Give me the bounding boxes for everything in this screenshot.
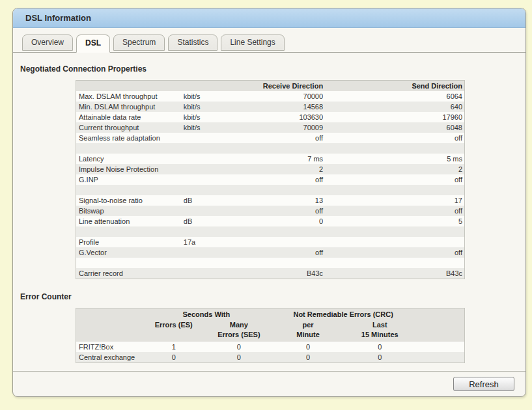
- cell-receive: off: [229, 247, 325, 258]
- cell-receive: 13: [229, 195, 325, 206]
- cell-label: Line attenuation: [76, 216, 184, 226]
- error-counter-table: Seconds With Not Remediable Errors (CRC)…: [76, 308, 465, 363]
- cell-unit: kbit/s: [184, 102, 229, 112]
- error-row: FRITZ!Box1000: [76, 342, 465, 352]
- cell-unit: [184, 226, 229, 237]
- connection-section-heading: Negotiated Connection Properties: [20, 64, 147, 74]
- cell-value: 0: [206, 352, 272, 363]
- cell-value: 0: [141, 352, 206, 363]
- connection-row: Max. DSLAM throughputkbit/s700006064: [76, 91, 465, 102]
- cell-send: 17960: [325, 112, 464, 122]
- cell-label: Max. DSLAM throughput: [76, 91, 184, 102]
- cell-receive: [229, 226, 325, 237]
- cell-label: Central exchange: [76, 352, 141, 363]
- cell-receive: 70000: [229, 91, 325, 102]
- cell-send: 5 ms: [325, 154, 464, 164]
- connection-row: Profile17a: [76, 237, 465, 247]
- cell-label: Bitswap: [76, 206, 184, 216]
- header-errors-es: Errors (ES): [141, 320, 206, 342]
- cell-send: 6048: [325, 122, 464, 133]
- tab-bar: Overview DSL Spectrum Statistics Line Se…: [13, 28, 525, 53]
- cell-label: [76, 258, 184, 268]
- header-empty: [76, 308, 141, 321]
- cell-filler: [415, 342, 464, 352]
- header-filler: [415, 320, 464, 342]
- cell-unit: [184, 247, 229, 258]
- spacer-row: [76, 258, 465, 268]
- page-background: { "window": { "title": "DSL Information"…: [0, 0, 532, 410]
- cell-send: 5: [325, 216, 464, 226]
- cell-receive: B43c: [229, 268, 325, 279]
- cell-value: 0: [206, 342, 272, 352]
- dsl-information-panel: DSL Information Overview DSL Spectrum St…: [12, 8, 526, 397]
- page-title: DSL Information: [13, 8, 525, 27]
- cell-receive: off: [229, 174, 325, 185]
- cell-send: [325, 143, 464, 154]
- header-send-direction: Send Direction: [325, 81, 464, 92]
- cell-send: 640: [325, 102, 464, 112]
- cell-unit: [184, 143, 229, 154]
- cell-filler: [415, 352, 464, 363]
- connection-row: G.Vectoroffoff: [76, 247, 465, 258]
- cell-unit: [184, 174, 229, 185]
- cell-value: 0: [344, 352, 415, 363]
- cell-receive: 0: [229, 216, 325, 226]
- cell-send: [325, 237, 464, 247]
- cell-unit: [184, 133, 229, 143]
- cell-send: off: [325, 174, 464, 185]
- cell-value: 0: [272, 342, 344, 352]
- error-subheader-row: Errors (ES) ManyErrors (SES) perMinute L…: [76, 320, 465, 342]
- cell-label: Attainable data rate: [76, 112, 184, 122]
- connection-row: G.INPoffoff: [76, 174, 465, 185]
- connection-row: Impulse Noise Protection22: [76, 164, 465, 174]
- spacer-row: [76, 185, 465, 195]
- cell-receive: 2: [229, 164, 325, 174]
- header-per-minute: perMinute: [272, 320, 344, 342]
- cell-receive: off: [229, 206, 325, 216]
- tab-statistics[interactable]: Statistics: [168, 34, 217, 51]
- header-empty-unit: [184, 81, 229, 92]
- tab-dsl[interactable]: DSL: [76, 34, 110, 53]
- header-receive-direction: Receive Direction: [229, 81, 325, 92]
- cell-label: Profile: [76, 237, 184, 247]
- connection-row: Line attenuationdB05: [76, 216, 465, 226]
- cell-label: Current throughput: [76, 122, 184, 133]
- error-row: Central exchange0000: [76, 352, 465, 363]
- connection-row: Carrier recordB43cB43c: [76, 268, 465, 279]
- tab-line-settings[interactable]: Line Settings: [221, 34, 284, 51]
- cell-unit: kbit/s: [184, 112, 229, 122]
- cell-receive: 70009: [229, 122, 325, 133]
- cell-value: 0: [272, 352, 344, 363]
- cell-send: [325, 258, 464, 268]
- cell-receive: off: [229, 133, 325, 143]
- connection-table-body: Max. DSLAM throughputkbit/s700006064Min.…: [76, 91, 465, 279]
- cell-receive: [229, 143, 325, 154]
- header-last-15-minutes: Last15 Minutes: [344, 320, 415, 342]
- connection-row: Current throughputkbit/s700096048: [76, 122, 465, 133]
- cell-send: 17: [325, 195, 464, 206]
- panel-header: DSL Information: [13, 8, 525, 28]
- panel-footer: Refresh: [13, 371, 525, 396]
- error-table-body: FRITZ!Box1000Central exchange0000: [76, 342, 465, 363]
- cell-label: Signal-to-noise ratio: [76, 195, 184, 206]
- cell-unit: kbit/s: [184, 122, 229, 133]
- cell-unit: [184, 258, 229, 268]
- cell-label: [76, 226, 184, 237]
- spacer-row: [76, 143, 465, 154]
- connection-row: Bitswapoffoff: [76, 206, 465, 216]
- tab-spectrum[interactable]: Spectrum: [113, 34, 165, 51]
- refresh-button[interactable]: Refresh: [453, 377, 514, 391]
- cell-receive: 7 ms: [229, 154, 325, 164]
- cell-label: Carrier record: [76, 268, 184, 279]
- cell-unit: 17a: [184, 237, 229, 247]
- connection-row: Min. DSLAM throughputkbit/s14568640: [76, 102, 465, 112]
- error-group-header-row: Seconds With Not Remediable Errors (CRC): [76, 308, 465, 321]
- cell-unit: [184, 164, 229, 174]
- cell-unit: [184, 268, 229, 279]
- cell-label: G.INP: [76, 174, 184, 185]
- cell-send: 6064: [325, 91, 464, 102]
- cell-send: [325, 185, 464, 195]
- cell-label: Latency: [76, 154, 184, 164]
- cell-value: 1: [141, 342, 206, 352]
- tab-overview[interactable]: Overview: [22, 34, 73, 51]
